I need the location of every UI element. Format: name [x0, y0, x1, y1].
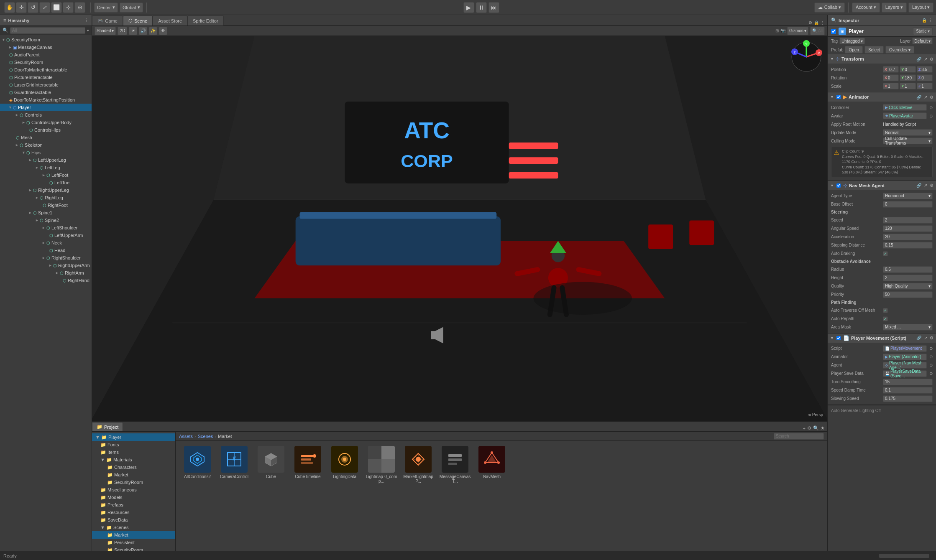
light-toggle-btn[interactable]: ☀: [129, 27, 137, 35]
tree-item-GuardInteractable[interactable]: ⬡ GuardInteractable: [0, 89, 92, 96]
project-folder-Miscellaneous[interactable]: 📁 Miscellaneous: [92, 486, 175, 494]
turn-smoothing-field[interactable]: 15: [883, 379, 933, 385]
pause-button[interactable]: ⏸: [476, 2, 487, 13]
tree-item-ControlsHips[interactable]: ⬡ ControlsHips: [0, 126, 92, 134]
rotation-x-field[interactable]: X 0: [883, 74, 899, 81]
tree-item-LeftShoulder[interactable]: ► ⬡ LeftShoulder: [0, 224, 92, 232]
step-button[interactable]: ⏭: [488, 2, 499, 13]
tree-item-Head[interactable]: ⬡ Head: [0, 247, 92, 254]
tree-item-Controls[interactable]: ► ⬡ Controls: [0, 111, 92, 119]
tree-item-DoorToMarketStartingPosition[interactable]: ◈ DoorToMarketStartingPosition: [0, 96, 92, 104]
transform-menu-icon[interactable]: ⚙: [930, 57, 933, 61]
tag-dropdown[interactable]: Untagged ▾: [839, 38, 864, 44]
view-2d-btn[interactable]: 2D: [118, 27, 127, 35]
collab-button[interactable]: ☁ Collab ▾: [814, 3, 845, 13]
tree-item-Spine1[interactable]: ► ⬡ Spine1: [0, 209, 92, 216]
tree-item-Skeleton[interactable]: ► ⬡ Skeleton: [0, 141, 92, 149]
static-dropdown[interactable]: Static ▾: [913, 28, 933, 35]
tree-item-LeftUpperArm[interactable]: ⬡ LeftUpperArm: [0, 232, 92, 239]
avatar-ref-btn[interactable]: ⊙: [929, 114, 933, 118]
navmesh-external-icon[interactable]: ↗: [924, 183, 927, 188]
base-offset-field[interactable]: 0: [883, 201, 933, 208]
pm-agent-ref-btn[interactable]: ⊙: [929, 363, 933, 367]
project-folder-Fonts[interactable]: 📁 Fonts: [92, 441, 175, 448]
project-folder-Player[interactable]: ▼ 📁 Player: [92, 433, 175, 441]
area-mask-dropdown[interactable]: Mixed ... ▾: [883, 324, 933, 331]
project-folder-Items[interactable]: 📁 Items: [92, 448, 175, 456]
project-folder-SecurityRoomMat[interactable]: 📁 SecurityRoom: [92, 479, 175, 486]
pm-enabled-checkbox[interactable]: [836, 336, 841, 340]
tree-item-RightUpperArm[interactable]: ► ⬡ RightUpperArm: [0, 262, 92, 269]
pm-menu-icon[interactable]: ⚙: [930, 336, 933, 340]
center-dropdown[interactable]: Center ▾: [94, 3, 118, 13]
tree-item-RightUpperLeg[interactable]: ► ⬡ RightUpperLeg: [0, 186, 92, 194]
fx-toggle-btn[interactable]: ✨: [149, 27, 157, 35]
tree-item-LeftLeg[interactable]: ► ⬡ LeftLeg: [0, 164, 92, 171]
slowing-speed-field[interactable]: 0.175: [883, 395, 933, 402]
navmesh-enabled-checkbox[interactable]: [836, 183, 841, 188]
tree-item-LaserGridInteractable[interactable]: ⬡ LaserGridInteractable: [0, 81, 92, 89]
rect-tool-btn[interactable]: ⬜: [51, 2, 62, 13]
controller-ref-btn[interactable]: ⊙: [929, 105, 933, 110]
transform-component-header[interactable]: ▼ ⊹ Transform 🔗 ↗ ⚙: [828, 54, 936, 64]
tree-item-AudioParent[interactable]: ⬡ AudioParent: [0, 51, 92, 59]
move-tool-btn[interactable]: ✛: [16, 2, 27, 13]
agent-type-dropdown[interactable]: Humanoid ▾: [883, 193, 933, 199]
project-folder-SecurityRoomScene[interactable]: 📁 SecurityRoom: [92, 546, 175, 551]
pm-animator-ref[interactable]: ▶ Player (Animator): [883, 354, 927, 360]
auto-braking-checkbox[interactable]: ✓: [883, 251, 888, 256]
hierarchy-search-input[interactable]: [10, 27, 85, 34]
acceleration-field[interactable]: 20: [883, 234, 933, 240]
asset-CameraControl[interactable]: # CameraControl: [217, 446, 251, 484]
project-folder-MarketScene[interactable]: 📁 Market: [92, 531, 175, 539]
transform-link-icon[interactable]: 🔗: [916, 57, 921, 61]
tree-item-SecurityRoom2[interactable]: ⬡ SecurityRoom: [0, 59, 92, 66]
tab-asset-store[interactable]: Asset Store: [153, 15, 187, 25]
save-data-ref[interactable]: 💾 PlayerSaveData (Save...: [883, 370, 927, 377]
quality-dropdown[interactable]: High Quality ▾: [883, 283, 933, 290]
stopping-distance-field[interactable]: 0.15: [883, 242, 933, 249]
asset-Lightmap[interactable]: Lightmap-0_comp...: [365, 446, 398, 484]
layout-button[interactable]: Layout ▾: [908, 3, 933, 13]
scene-lock-icon[interactable]: 🔒: [814, 20, 819, 25]
player-movement-header[interactable]: ▼ 📄 Player Movement (Script) 🔗 ↗ ⚙: [828, 333, 936, 343]
tree-item-PictureInteractable[interactable]: ⬡ PictureInteractable: [0, 74, 92, 81]
pm-external-icon[interactable]: ↗: [924, 336, 927, 340]
position-x-field[interactable]: X -0.7: [883, 66, 899, 73]
tree-item-RightHand[interactable]: ⬡ RightHand: [0, 277, 92, 284]
search-scene-input[interactable]: 🔍 All: [810, 27, 825, 35]
tree-item-ControlsUpperBody[interactable]: ► ⬡ ControlsUpperBody: [0, 119, 92, 126]
radius-field[interactable]: 0.5: [883, 266, 933, 273]
transform-external-icon[interactable]: ↗: [924, 57, 927, 61]
navmesh-menu-icon[interactable]: ⚙: [930, 183, 933, 188]
height-field[interactable]: 2: [883, 275, 933, 281]
project-folder-Prefabs[interactable]: 📁 Prefabs: [92, 501, 175, 509]
pm-agent-ref[interactable]: ⊹ Player (Nav Mesh Age...): [883, 362, 927, 369]
pm-link-icon[interactable]: 🔗: [916, 336, 921, 340]
controller-ref[interactable]: ▶ ClickToMove: [883, 104, 927, 111]
angular-speed-field[interactable]: 120: [883, 225, 933, 232]
tree-item-Neck[interactable]: ► ⬡ Neck: [0, 239, 92, 247]
tree-item-Mesh[interactable]: ⬡ Mesh: [0, 134, 92, 141]
custom-tool-btn[interactable]: ⊛: [74, 2, 85, 13]
scale-tool-btn[interactable]: ⤢: [39, 2, 50, 13]
speed-field[interactable]: 2: [883, 217, 933, 224]
project-folder-SaveData[interactable]: 📁 SaveData: [92, 516, 175, 524]
inspector-lock-icon[interactable]: 🔒: [922, 18, 927, 23]
scale-y-field[interactable]: Y 1: [900, 83, 916, 89]
project-search-input[interactable]: [774, 433, 824, 440]
tree-item-LeftToe[interactable]: ⬡ LeftToe: [0, 179, 92, 186]
hierarchy-filter-btn[interactable]: ▾: [87, 28, 89, 33]
script-ref[interactable]: 📄 PlayerMovement: [883, 345, 927, 352]
rotation-y-field[interactable]: Y 180: [900, 74, 916, 81]
asset-Cube[interactable]: Cube: [254, 446, 288, 484]
asset-CubeTimeline[interactable]: CubeTimeline: [291, 446, 325, 484]
audio-toggle-btn[interactable]: 🔊: [139, 27, 147, 35]
play-button[interactable]: ▶: [463, 2, 474, 13]
rotate-tool-btn[interactable]: ↺: [28, 2, 38, 13]
priority-field[interactable]: 50: [883, 291, 933, 298]
project-add-btn[interactable]: +: [803, 426, 806, 431]
scene-viewport[interactable]: ATC CORP: [92, 36, 827, 421]
script-ref-btn[interactable]: ⊙: [929, 346, 933, 351]
tree-item-RightArm[interactable]: ► ⬡ RightArm: [0, 269, 92, 277]
